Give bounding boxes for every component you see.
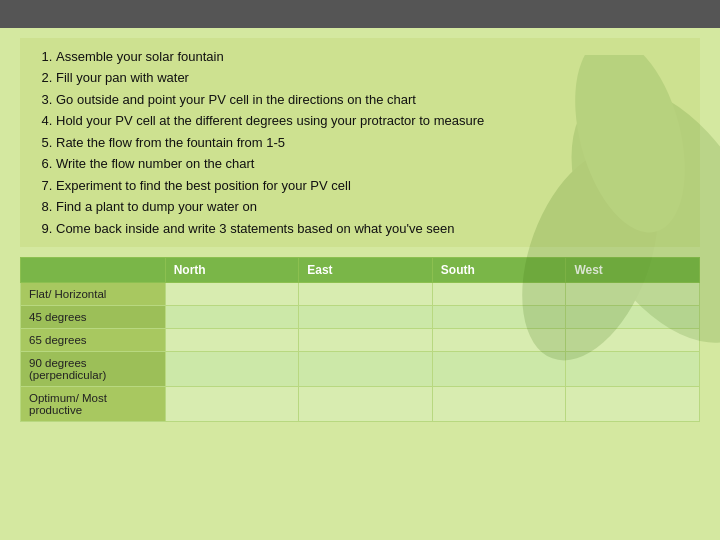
row-label-0: Flat/ Horizontal xyxy=(21,282,166,305)
col-header-2: East xyxy=(299,257,433,282)
instruction-item-2: Fill your pan with water xyxy=(56,67,684,88)
col-header-3: South xyxy=(432,257,566,282)
table-row: 45 degrees xyxy=(21,305,700,328)
data-cell-r2-c2[interactable] xyxy=(432,328,566,351)
table-header: NorthEastSouthWest xyxy=(21,257,700,282)
data-cell-r2-c1[interactable] xyxy=(299,328,433,351)
row-label-1: 45 degrees xyxy=(21,305,166,328)
data-cell-r3-c3[interactable] xyxy=(566,351,700,386)
instruction-item-6: Write the flow number on the chart xyxy=(56,153,684,174)
instruction-item-1: Assemble your solar fountain xyxy=(56,46,684,67)
data-cell-r1-c0[interactable] xyxy=(165,305,299,328)
col-header-0 xyxy=(21,257,166,282)
table-header-row: NorthEastSouthWest xyxy=(21,257,700,282)
data-cell-r1-c1[interactable] xyxy=(299,305,433,328)
instruction-item-8: Find a plant to dump your water on xyxy=(56,196,684,217)
col-header-1: North xyxy=(165,257,299,282)
table-row: 90 degrees (perpendicular) xyxy=(21,351,700,386)
data-cell-r3-c2[interactable] xyxy=(432,351,566,386)
data-cell-r3-c1[interactable] xyxy=(299,351,433,386)
instruction-item-7: Experiment to find the best position for… xyxy=(56,175,684,196)
data-table: NorthEastSouthWest Flat/ Horizontal45 de… xyxy=(20,257,700,422)
instruction-item-9: Come back inside and write 3 statements … xyxy=(56,218,684,239)
data-cell-r3-c0[interactable] xyxy=(165,351,299,386)
row-label-4: Optimum/ Most productive xyxy=(21,386,166,421)
instructions-list: Assemble your solar fountainFill your pa… xyxy=(36,46,684,239)
data-cell-r2-c0[interactable] xyxy=(165,328,299,351)
data-cell-r4-c3[interactable] xyxy=(566,386,700,421)
data-cell-r4-c2[interactable] xyxy=(432,386,566,421)
instruction-item-5: Rate the flow from the fountain from 1-5 xyxy=(56,132,684,153)
data-cell-r1-c2[interactable] xyxy=(432,305,566,328)
table-row: Optimum/ Most productive xyxy=(21,386,700,421)
col-header-4: West xyxy=(566,257,700,282)
data-cell-r0-c3[interactable] xyxy=(566,282,700,305)
instruction-item-3: Go outside and point your PV cell in the… xyxy=(56,89,684,110)
page-wrapper: Assemble your solar fountainFill your pa… xyxy=(0,0,720,540)
table-row: Flat/ Horizontal xyxy=(21,282,700,305)
instruction-item-4: Hold your PV cell at the different degre… xyxy=(56,110,684,131)
row-label-3: 90 degrees (perpendicular) xyxy=(21,351,166,386)
data-cell-r2-c3[interactable] xyxy=(566,328,700,351)
data-cell-r4-c1[interactable] xyxy=(299,386,433,421)
row-label-2: 65 degrees xyxy=(21,328,166,351)
data-cell-r0-c1[interactable] xyxy=(299,282,433,305)
instructions-section: Assemble your solar fountainFill your pa… xyxy=(20,38,700,247)
data-cell-r0-c0[interactable] xyxy=(165,282,299,305)
table-row: 65 degrees xyxy=(21,328,700,351)
data-cell-r0-c2[interactable] xyxy=(432,282,566,305)
table-body: Flat/ Horizontal45 degrees65 degrees90 d… xyxy=(21,282,700,421)
header xyxy=(0,0,720,28)
data-cell-r1-c3[interactable] xyxy=(566,305,700,328)
data-cell-r4-c0[interactable] xyxy=(165,386,299,421)
content-area: Assemble your solar fountainFill your pa… xyxy=(0,28,720,432)
